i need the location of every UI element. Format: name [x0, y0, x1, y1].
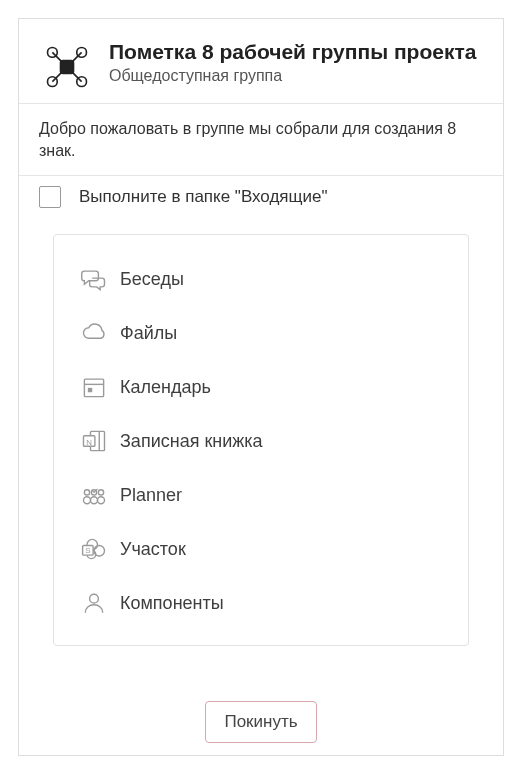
- svg-rect-8: [61, 61, 74, 74]
- svg-rect-11: [88, 388, 92, 392]
- nav-item-notebook[interactable]: N Записная книжка: [64, 421, 458, 461]
- inbox-follow-label: Выполните в папке "Входящие": [79, 187, 328, 207]
- nav-item-conversations[interactable]: Беседы: [64, 259, 458, 299]
- svg-point-21: [98, 490, 103, 495]
- notebook-icon: N: [74, 427, 114, 455]
- group-avatar: [39, 39, 95, 95]
- planner-icon: [74, 481, 114, 509]
- svg-text:N: N: [86, 438, 92, 447]
- nav-item-site[interactable]: S Участок: [64, 529, 458, 569]
- group-header: Пометка 8 рабочей группы проекта Общедос…: [19, 19, 503, 103]
- leave-button[interactable]: Покинуть: [205, 701, 316, 743]
- svg-point-16: [84, 497, 91, 504]
- svg-point-18: [98, 497, 105, 504]
- nav-item-label: Записная книжка: [120, 431, 263, 452]
- nav-item-calendar[interactable]: Календарь: [64, 367, 458, 407]
- group-subtitle: Общедоступная группа: [109, 67, 487, 85]
- group-card: Пометка 8 рабочей группы проекта Общедос…: [18, 18, 504, 756]
- inbox-follow-row[interactable]: Выполните в папке "Входящие": [19, 176, 503, 220]
- chat-bubbles-icon: [74, 265, 114, 293]
- title-block: Пометка 8 рабочей группы проекта Общедос…: [109, 39, 487, 85]
- group-title: Пометка 8 рабочей группы проекта: [109, 39, 487, 65]
- nav-item-label: Planner: [120, 485, 182, 506]
- nav-item-planner[interactable]: Planner: [64, 475, 458, 515]
- group-description: Добро пожаловать в группе мы собрали для…: [19, 104, 503, 175]
- nav-panel: Беседы Файлы Календарь: [53, 234, 469, 646]
- nav-item-label: Участок: [120, 539, 186, 560]
- nav-item-label: Календарь: [120, 377, 211, 398]
- nav-item-label: Файлы: [120, 323, 177, 344]
- nav-item-files[interactable]: Файлы: [64, 313, 458, 353]
- svg-point-27: [90, 594, 99, 603]
- footer: Покинуть: [19, 701, 503, 743]
- nav-item-label: Беседы: [120, 269, 184, 290]
- svg-point-17: [91, 497, 98, 504]
- cloud-icon: [74, 319, 114, 347]
- drone-icon: [41, 41, 93, 93]
- calendar-icon: [74, 373, 114, 401]
- inbox-follow-checkbox[interactable]: [39, 186, 61, 208]
- svg-rect-9: [84, 379, 103, 397]
- svg-point-19: [84, 490, 89, 495]
- person-icon: [74, 589, 114, 617]
- nav-item-components[interactable]: Компоненты: [64, 583, 458, 623]
- nav-item-label: Компоненты: [120, 593, 224, 614]
- svg-text:S: S: [85, 547, 90, 556]
- sharepoint-icon: S: [74, 535, 114, 563]
